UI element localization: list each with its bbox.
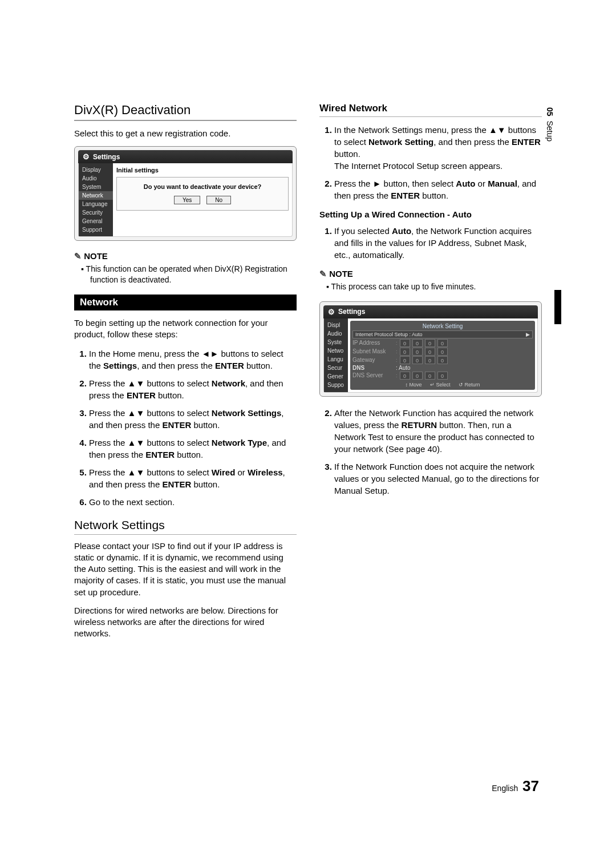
ip-row: Subnet Mask:0000 (352, 348, 533, 356)
ip-setup-dropdown[interactable]: Internet Protocol Setup : Auto ▶ (352, 330, 533, 338)
network-intro: To begin setting up the network connecti… (74, 317, 297, 341)
ip-octet[interactable]: 0 (412, 372, 423, 380)
sidebar-item[interactable]: Suppo (324, 381, 348, 389)
return-hint: ↺ Return (459, 382, 480, 388)
note-item: This function can be operated when DivX(… (90, 264, 297, 285)
sidebar-item[interactable]: Secur (324, 364, 348, 372)
ui-titlebar: Settings (323, 305, 538, 318)
ip-label: Subnet Mask (352, 348, 394, 354)
sidebar-item[interactable]: Security (79, 208, 113, 217)
sidebar-item[interactable]: Netwo (324, 346, 348, 355)
network-settings-p2: Directions for wired networks are below.… (74, 605, 297, 640)
step-item: Press the ▲▼ buttons to select Wired or … (89, 466, 297, 490)
network-steps: In the Home menu, press the ◄► buttons t… (74, 348, 297, 508)
ip-octet[interactable]: 0 (412, 339, 423, 347)
ip-octet[interactable]: 0 (437, 339, 448, 347)
ui-title: Settings (93, 153, 120, 161)
dropdown-label: Internet Protocol Setup : Auto (355, 332, 423, 337)
ip-row: IP Address:0000 (352, 339, 533, 347)
chapter-number: 05 (545, 107, 554, 116)
sidebar-item[interactable]: Display (79, 166, 113, 174)
ip-octet[interactable]: 0 (425, 348, 435, 356)
wired-auto-step1: If you selected Auto, the Network Functi… (319, 225, 542, 261)
step-item: If the Network Function does not acquire… (334, 461, 542, 497)
ip-octet[interactable]: 0 (425, 339, 435, 347)
wired-steps-1: In the Network Settings menu, press the … (319, 124, 542, 201)
ui-titlebar: Settings (78, 150, 293, 163)
ip-octet[interactable]: 0 (400, 348, 410, 356)
select-hint: ↵ Select (430, 382, 451, 388)
settings-screenshot-divx: Settings DisplayAudioSystemNetworkLangua… (74, 146, 297, 241)
ip-row: Gateway:0000 (352, 356, 533, 364)
step-item: Press the ► button, then select Auto or … (334, 178, 542, 201)
gear-icon (83, 152, 90, 161)
sidebar-item[interactable]: Network (79, 191, 113, 200)
ip-octet[interactable]: 0 (400, 372, 410, 380)
ip-octet[interactable]: 0 (400, 356, 410, 364)
step-item: Press the ▲▼ buttons to select Network S… (89, 407, 297, 431)
ip-label: IP Address (352, 340, 394, 346)
ip-octet[interactable]: 0 (412, 348, 423, 356)
auto-step-1: If you selected Auto, the Network Functi… (334, 225, 542, 261)
footer-page: 37 (522, 777, 539, 794)
sidebar-item[interactable]: Syste (324, 338, 348, 346)
ip-octet[interactable]: 0 (437, 372, 448, 380)
ui-sidebar: DisplAudioSysteNetwoLanguSecurGenerSuppo (324, 318, 348, 392)
ip-label: DNS Server (352, 372, 394, 378)
dialog-question: Do you want to deactivate your device? (121, 183, 283, 190)
sidebar-item[interactable]: System (79, 183, 113, 191)
sidebar-item[interactable]: Language (79, 200, 113, 208)
page-footer: English 37 (492, 777, 539, 795)
no-button[interactable]: No (206, 196, 231, 204)
note-item-right: This process can take up to five minutes… (335, 281, 542, 292)
settings-screenshot-network: Settings DisplAudioSysteNetwoLanguSecurG… (319, 301, 542, 397)
chapter-label: Setup (545, 120, 554, 142)
ip-octet[interactable]: 0 (425, 356, 435, 364)
sidebar-item[interactable]: Gener (324, 372, 348, 381)
network-settings-heading: Network Settings (74, 518, 297, 535)
step-item: Go to the next section. (89, 496, 297, 508)
dns-value: : Auto (396, 365, 411, 371)
deactivate-dialog: Do you want to deactivate your device? Y… (116, 177, 289, 211)
right-column: Wired Network In the Network Settings me… (319, 103, 542, 647)
note-heading: NOTE (74, 251, 297, 261)
step-item: After the Network Function has acquired … (334, 407, 542, 455)
network-setting-panel: Network Setting Internet Protocol Setup … (350, 321, 535, 390)
ip-octet[interactable]: 0 (437, 356, 448, 364)
sidebar-item[interactable]: Support (79, 225, 113, 234)
left-column: DivX(R) Deactivation Select this to get … (74, 103, 297, 647)
sidebar-item[interactable]: Langu (324, 355, 348, 364)
ip-octet[interactable]: 0 (400, 339, 410, 347)
divx-intro: Select this to get a new registration co… (74, 128, 297, 139)
network-settings-p1: Please contact your ISP to find out if y… (74, 541, 297, 598)
step-item: In the Home menu, press the ◄► buttons t… (89, 348, 297, 372)
move-hint: ↕ Move (405, 382, 422, 388)
sidebar-item[interactable]: Audio (79, 174, 113, 183)
step-item: In the Network Settings menu, press the … (334, 124, 542, 172)
ip-octet[interactable]: 0 (425, 372, 435, 380)
panel-footer-hints: ↕ Move ↵ Select ↺ Return (352, 382, 533, 388)
dns-label: DNS (352, 365, 394, 371)
ip-row: DNS Server:0000 (352, 372, 533, 380)
note-heading-right: NOTE (319, 269, 542, 279)
step-item: Press the ▲▼ buttons to select Network T… (89, 437, 297, 461)
step-item: Press the ▲▼ buttons to select Network, … (89, 377, 297, 401)
chapter-tab: 05 Setup (545, 107, 554, 142)
wired-steps-continued: After the Network Function has acquired … (319, 407, 542, 497)
panel-title: Network Setting (352, 323, 533, 329)
sidebar-item[interactable]: General (79, 217, 113, 225)
wired-network-heading: Wired Network (319, 103, 542, 117)
ui-title: Settings (338, 308, 365, 316)
divx-heading: DivX(R) Deactivation (74, 103, 297, 121)
ip-octet[interactable]: 0 (412, 356, 423, 364)
yes-button[interactable]: Yes (174, 196, 200, 204)
sidebar-item[interactable]: Displ (324, 321, 348, 329)
ui-sidebar: DisplayAudioSystemNetworkLanguageSecurit… (79, 163, 113, 236)
ip-label: Gateway (352, 357, 394, 363)
ip-octet[interactable]: 0 (437, 348, 448, 356)
sidebar-item[interactable]: Audio (324, 329, 348, 338)
network-section-bar: Network (74, 295, 297, 310)
ui-main-title: Initial settings (116, 167, 289, 174)
auto-connection-heading: Setting Up a Wired Connection - Auto (319, 209, 542, 219)
footer-lang: English (492, 784, 518, 793)
